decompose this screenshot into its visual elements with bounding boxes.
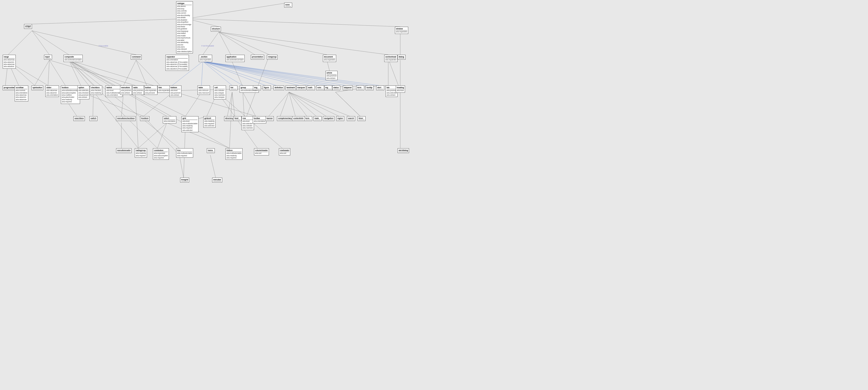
svg-line-40 — [203, 61, 243, 85]
node-prop-row: aria-colindex — [243, 125, 253, 127]
svg-line-24 — [136, 60, 147, 85]
node-title-table: table — [198, 86, 209, 89]
svg-line-70 — [289, 92, 326, 116]
node-prop-separator: aria-valuemin (if focusable) — [166, 63, 188, 65]
node-title-article: article — [327, 72, 337, 75]
node-prop-menuitem: aria-setsize — [121, 92, 131, 94]
node-prop-grid: aria-selected — [183, 129, 197, 132]
node-prop-option: aria-selected — [79, 89, 88, 92]
node-title-listitem: listitem — [170, 86, 180, 89]
svg-line-51 — [157, 123, 167, 148]
node-textbox: textboxaria-activedescendantaria-autocom… — [61, 85, 80, 104]
node-prop-roletype: aria-grabbed — [177, 28, 192, 30]
svg-line-69 — [289, 92, 316, 116]
svg-line-82 — [210, 155, 216, 178]
node-title-dialog: dialog — [399, 56, 404, 58]
node-prop-grid: aria-level — [183, 120, 197, 122]
node-prop-radio: aria-posinset — [133, 89, 143, 92]
node-title-treegrid: treegrid — [181, 178, 188, 182]
node-title-_section: _section — [200, 56, 211, 58]
svg-line-43 — [388, 59, 398, 85]
node-structure: structure — [211, 27, 221, 31]
node-prop-tree: aria-required — [177, 155, 192, 157]
label-if-focusable: if focusable — [99, 45, 108, 47]
node-title-presentation: presentation — [252, 56, 263, 58]
node-button: buttonaria-expandedaria-pressed — [144, 85, 157, 95]
node-prop-table: aria-rowcount — [198, 92, 209, 94]
node-prop-scrollbar: aria-controls — [16, 89, 27, 92]
node-title-checkbox: checkbox — [91, 86, 101, 89]
svg-line-28 — [203, 61, 266, 85]
node-title-menu: menu — [208, 149, 214, 152]
node-title-combobox: combobox — [154, 149, 168, 152]
svg-line-30 — [203, 61, 276, 85]
node-title-list: list — [230, 86, 237, 89]
node-prop-row: aria-level — [243, 120, 253, 122]
node-prop-application: aria-activedescendant — [226, 59, 244, 61]
connections-svg — [0, 0, 868, 390]
node-math: math — [307, 85, 315, 90]
node-title-main: main — [315, 117, 320, 120]
node-cell: cellaria-colindexaria-colspanaria-rowind… — [214, 85, 226, 100]
node-prop-roletype: aria-describedby — [177, 15, 192, 17]
node-tree: treearia-multiselectablearia-required — [176, 148, 193, 158]
node-title-alert: alert — [377, 86, 383, 89]
node-prop-textbox: aria-activedescendant — [62, 89, 79, 92]
node-prop-row: aria-selected — [243, 122, 253, 125]
node-prop-gridcell: aria-required — [205, 122, 215, 125]
node-title-landmark: landmark — [286, 86, 295, 89]
node-prop-option: aria-posinset — [79, 94, 88, 96]
node-prop-grid: aria-multiselectable — [183, 122, 197, 125]
node-radio: radioaria-posinsetaria-setsize — [132, 85, 144, 95]
node-title-gridcell: gridcell — [205, 117, 215, 120]
svg-line-34 — [203, 61, 327, 85]
node-prop-radiogroup: aria-readonly — [136, 152, 146, 155]
node-prop-listbox: aria-required — [226, 157, 242, 159]
node-title-composite: composite — [65, 56, 82, 58]
svg-line-12 — [219, 32, 327, 55]
node-columnheader: columnheaderaria-sort — [254, 148, 269, 156]
node-title-option: option — [79, 86, 88, 89]
node-prop-article: aria-posinset — [327, 75, 337, 77]
node-title-form: form — [305, 117, 311, 120]
node-main: main — [313, 116, 321, 121]
node-prop-textbox: aria-readonly — [62, 99, 79, 101]
node-prop-slider: aria-valuemax — [46, 89, 58, 92]
node-title-contentinfo: contentinfo — [293, 117, 303, 120]
svg-line-86 — [48, 60, 49, 85]
svg-line-88 — [135, 92, 138, 148]
svg-line-23 — [124, 60, 136, 85]
node-prop-tablist: aria-level — [106, 89, 121, 92]
node-prop-roletype: aria-label — [177, 39, 192, 41]
node-dialog: dialog — [398, 55, 406, 60]
diagram-container: roletypearia-atomicaria-busyaria-control… — [0, 0, 868, 390]
node-rowheader: rowheaderaria-sort — [279, 148, 290, 156]
node-prop-table: aria-colcount — [198, 89, 209, 92]
svg-line-50 — [144, 92, 173, 116]
node-prop-roletype: aria-live — [177, 44, 192, 46]
node-prop-separator: aria-orientation — [166, 59, 188, 61]
node-prop-composite: aria-activedescendant — [65, 59, 82, 61]
node-prop-link: aria-expanded — [158, 89, 170, 92]
node-title-definition: definition — [275, 86, 283, 89]
node-prop-rowheader: aria-sort — [280, 152, 289, 155]
node-title-link: link — [158, 86, 170, 89]
node-title-feed: feed — [235, 117, 240, 120]
node-figure: figure — [263, 85, 271, 90]
node-title-note: note — [317, 86, 323, 89]
node-prop-combobox: aria-autocomplete — [154, 155, 168, 157]
node-title-term: term — [357, 86, 363, 89]
svg-line-26 — [202, 61, 203, 85]
node-title-menuitemradio: menuitemradio — [117, 149, 130, 152]
node-window: windowaria-expanded — [395, 27, 408, 34]
node-landmark: landmark — [285, 85, 296, 90]
node-title-sectionhead: sectionhead — [385, 56, 397, 58]
svg-line-68 — [289, 92, 307, 116]
svg-line-39 — [203, 61, 379, 85]
svg-line-3 — [187, 3, 288, 19]
svg-line-19 — [49, 60, 65, 85]
node-grid: gridaria-levelaria-multiselectablearia-r… — [181, 116, 198, 132]
node-option: optionaria-selectedaria-checkedaria-posi… — [78, 85, 89, 100]
node-input: input — [44, 55, 52, 60]
svg-line-36 — [203, 61, 345, 85]
